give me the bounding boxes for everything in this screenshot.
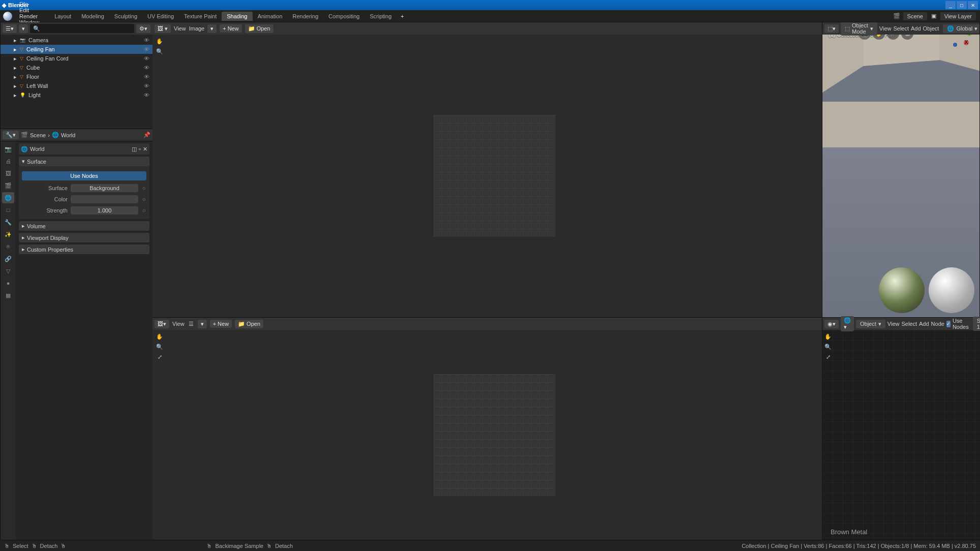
open-image-button[interactable]: 📁 Open — [245, 24, 273, 33]
use-nodes-checkbox[interactable]: ✓ — [946, 321, 951, 327]
image-dropdown[interactable]: ▾ — [198, 320, 207, 328]
filter-button[interactable]: ⚙▾ — [136, 24, 150, 33]
socket-icon[interactable]: ○ — [141, 196, 146, 202]
constraint-tab[interactable]: 🔗 — [2, 253, 14, 264]
disclosure-icon[interactable]: ▸ — [14, 46, 17, 53]
new-image-button[interactable]: + New — [210, 320, 232, 328]
modifier-tab[interactable]: 🔧 — [2, 217, 14, 228]
pan-icon[interactable]: ✋ — [156, 38, 163, 45]
scene-tab[interactable]: 🎬 — [2, 180, 14, 191]
particle-tab[interactable]: ✨ — [2, 229, 14, 240]
open-image-button[interactable]: 📁 Open — [235, 320, 263, 328]
disclosure-icon[interactable]: ▸ — [14, 37, 17, 44]
slot-select[interactable]: Slot 1 ▾ — [973, 317, 980, 331]
menu-edit[interactable]: Edit — [15, 7, 43, 13]
world-datablock[interactable]: 🌐 World ◫ ▫ ✕ — [19, 143, 149, 155]
maximize-button[interactable]: □ — [957, 1, 967, 9]
menu-file[interactable]: File — [15, 1, 43, 7]
ne-node-menu[interactable]: Node — [931, 321, 944, 327]
unlink-icon[interactable]: ✕ — [143, 146, 147, 152]
disclosure-icon[interactable]: ▸ — [14, 55, 17, 62]
use-nodes-button[interactable]: Use Nodes — [22, 171, 146, 180]
new-image-button[interactable]: + New — [220, 24, 241, 33]
scene-field[interactable]: Scene — [903, 12, 927, 20]
breadcrumb-scene[interactable]: Scene — [30, 132, 46, 138]
copy-button-icon[interactable]: ▫ — [139, 146, 141, 152]
ie-view-menu[interactable]: View — [174, 25, 186, 32]
editor-type-button[interactable]: ◉▾ — [824, 320, 839, 328]
ie-image-menu[interactable]: Image — [189, 25, 205, 32]
workspace-tab-rendering[interactable]: Rendering — [288, 12, 324, 21]
disclosure-icon[interactable]: ▸ — [14, 83, 17, 89]
mesh-tab[interactable]: ▽ — [2, 265, 14, 277]
zoom-icon[interactable]: 🔍 — [156, 48, 163, 55]
viewport-canvas[interactable]: ✛ ☀ — [822, 35, 979, 317]
material-tab[interactable]: ● — [2, 278, 14, 289]
3d-viewport[interactable]: ⬚▾ ⬚Object Mode ▾ View Select Add Object… — [822, 22, 980, 317]
outliner-item-ceiling-fan-cord[interactable]: ▸ ▽ Ceiling Fan Cord👁 — [1, 54, 152, 63]
viewport-display-panel-header[interactable]: ▸ Viewport Display — [19, 233, 149, 242]
ne-select-menu[interactable]: Select — [901, 321, 917, 327]
outliner-item-ceiling-fan[interactable]: ▸ ▽ Ceiling Fan👁 — [1, 45, 152, 54]
zoom-icon[interactable]: 🔍 — [824, 343, 832, 350]
surface-type-field[interactable]: Background — [71, 184, 138, 192]
world-tab[interactable]: 🌐 — [2, 192, 14, 203]
volume-panel-header[interactable]: ▸ Volume — [19, 221, 149, 231]
socket-icon[interactable]: ○ — [141, 207, 146, 213]
outliner-search[interactable]: 🔍 — [30, 24, 134, 33]
ie-view-menu[interactable]: View — [172, 321, 185, 327]
texture-tab[interactable]: ▦ — [2, 290, 14, 301]
zoom-icon[interactable]: 🔍 — [156, 343, 163, 350]
orientation-select[interactable]: 🌐 Global ▾ — [943, 24, 980, 33]
visibility-toggle[interactable]: 👁 — [144, 55, 149, 62]
outliner-item-camera[interactable]: ▸ 📷 Camera👁 — [1, 36, 152, 45]
editor-type-button[interactable]: 🔧▾ — [3, 131, 19, 139]
visibility-toggle[interactable]: 👁 — [144, 65, 149, 71]
close-button[interactable]: ✕ — [968, 1, 978, 9]
vp-view-menu[interactable]: View — [879, 25, 892, 32]
workspace-tab-scripting[interactable]: Scripting — [364, 12, 396, 21]
disclosure-icon[interactable]: ▸ — [14, 92, 17, 99]
render-tab[interactable]: 📷 — [2, 143, 14, 155]
pan-icon[interactable]: ✋ — [156, 333, 163, 340]
color-swatch[interactable] — [71, 195, 138, 203]
visibility-toggle[interactable]: 👁 — [144, 83, 149, 89]
add-workspace-button[interactable]: + — [396, 10, 408, 22]
visibility-toggle[interactable]: 👁 — [144, 92, 149, 98]
outliner-item-floor[interactable]: ▸ ▽ Floor👁 — [1, 72, 152, 81]
disclosure-icon[interactable]: ▸ — [14, 74, 17, 80]
strength-field[interactable]: 1.000 — [71, 206, 138, 215]
visibility-toggle[interactable]: 👁 — [144, 37, 149, 43]
disclosure-icon[interactable]: ▸ — [14, 65, 17, 71]
visibility-toggle[interactable]: 👁 — [144, 74, 149, 80]
surface-panel-header[interactable]: ▾ Surface — [19, 157, 149, 166]
mode-select[interactable]: ⬚Object Mode ▾ — [841, 22, 877, 36]
shader-type[interactable]: 🌐▾ — [841, 316, 854, 331]
workspace-tab-sculpting[interactable]: Sculpting — [109, 12, 142, 21]
new-button-icon[interactable]: ◫ — [132, 146, 137, 152]
editor-type-button[interactable]: 🖼▾ — [155, 24, 171, 33]
custom-props-panel-header[interactable]: ▸ Custom Properties — [19, 244, 149, 254]
pan-icon[interactable]: ✋ — [824, 333, 832, 340]
breadcrumb-world[interactable]: World — [61, 132, 76, 138]
workspace-tab-compositing[interactable]: Compositing — [323, 12, 364, 21]
object-mode[interactable]: Object ▾ — [856, 320, 885, 328]
node-canvas[interactable]: ✋ 🔍 ⤢ ▾ Principled BSDF GGX▾ Christensen… — [822, 330, 980, 540]
ne-add-menu[interactable]: Add — [919, 321, 929, 327]
pin-icon[interactable]: 📌 — [143, 132, 150, 139]
editor-type-button[interactable]: ☰▾ — [3, 24, 17, 33]
visibility-toggle[interactable]: 👁 — [144, 46, 149, 52]
display-mode[interactable]: ▾ — [19, 24, 28, 33]
ne-view-menu[interactable]: View — [887, 321, 900, 327]
viewlayer-tab[interactable]: 🖼 — [2, 168, 14, 179]
outliner-item-left-wall[interactable]: ▸ ▽ Left Wall👁 — [1, 81, 152, 90]
workspace-tab-texture-paint[interactable]: Texture Paint — [179, 12, 222, 21]
workspace-tab-shading[interactable]: Shading — [222, 12, 252, 21]
workspace-tab-modeling[interactable]: Modeling — [76, 12, 109, 21]
expand-icon[interactable]: ⤢ — [824, 353, 832, 360]
menu-render[interactable]: Render — [15, 13, 43, 19]
workspace-tab-animation[interactable]: Animation — [253, 12, 288, 21]
vp-object-menu[interactable]: Object — [923, 25, 939, 32]
output-tab[interactable]: 🖨 — [2, 156, 14, 167]
socket-icon[interactable]: ○ — [141, 185, 146, 191]
